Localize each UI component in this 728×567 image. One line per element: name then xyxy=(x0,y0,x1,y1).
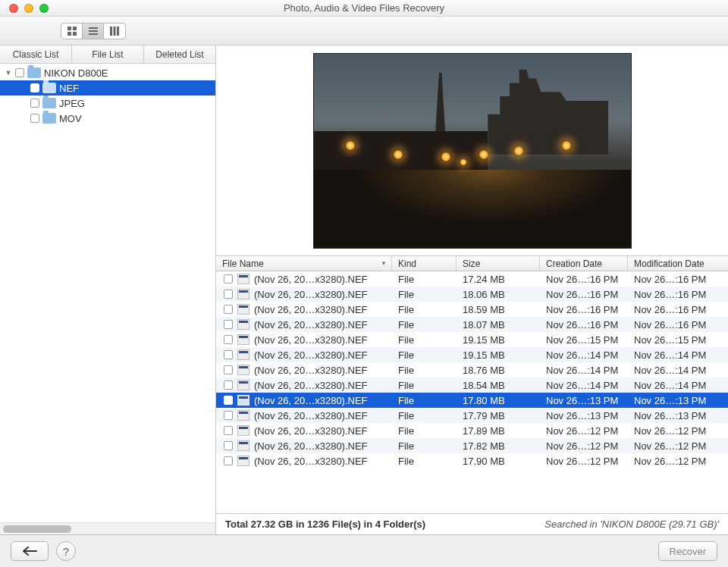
svg-rect-3 xyxy=(73,32,77,36)
sidebar-tabs: Classic List File List Deleted List xyxy=(0,45,215,64)
checkbox[interactable] xyxy=(224,411,233,420)
disclosure-triangle-icon[interactable]: ▼ xyxy=(5,69,12,77)
file-mdate: Nov 26…:14 PM xyxy=(628,349,728,361)
sort-indicator-icon: ▼ xyxy=(381,260,387,267)
file-icon xyxy=(237,319,249,330)
file-kind: File xyxy=(392,304,457,315)
table-row[interactable]: (Nov 26, 20…x3280).NEFFile18.54 MBNov 26… xyxy=(216,377,728,393)
col-size[interactable]: Size xyxy=(457,256,540,271)
tab-deleted-list[interactable]: Deleted List xyxy=(144,45,215,63)
file-mdate: Nov 26…:12 PM xyxy=(628,440,728,452)
file-table: File Name▼ Kind Size Creation Date Modif… xyxy=(216,256,728,534)
tree-label: NEF xyxy=(59,83,79,94)
file-name: (Nov 26, 20…x3280).NEF xyxy=(254,410,368,421)
file-kind: File xyxy=(392,456,457,467)
checkbox[interactable] xyxy=(15,68,24,77)
file-kind: File xyxy=(392,319,457,330)
file-name: (Nov 26, 20…x3280).NEF xyxy=(254,380,368,391)
view-grid-icon[interactable] xyxy=(61,23,83,39)
table-row[interactable]: (Nov 26, 20…x3280).NEFFile17.79 MBNov 26… xyxy=(216,408,728,423)
file-mdate: Nov 26…:13 PM xyxy=(628,410,728,421)
col-file-name[interactable]: File Name▼ xyxy=(216,256,392,271)
svg-rect-9 xyxy=(117,27,119,36)
tree-label: MOV xyxy=(59,113,82,124)
col-modification-date[interactable]: Modification Date xyxy=(628,256,728,271)
checkbox[interactable] xyxy=(224,441,233,450)
back-button[interactable] xyxy=(11,541,49,561)
checkbox[interactable] xyxy=(224,274,233,284)
table-row[interactable]: (Nov 26, 20…x3280).NEFFile17.89 MBNov 26… xyxy=(216,423,728,438)
file-icon xyxy=(237,440,249,451)
file-cdate: Nov 26…:12 PM xyxy=(540,440,628,452)
bottom-bar: ? Recover xyxy=(0,535,728,567)
view-list-icon[interactable] xyxy=(83,23,104,39)
checkbox[interactable] xyxy=(224,426,233,435)
file-icon xyxy=(237,425,249,436)
checkbox[interactable] xyxy=(224,365,233,374)
view-mode-segmented[interactable] xyxy=(61,23,126,39)
file-icon xyxy=(237,456,249,466)
file-cdate: Nov 26…:13 PM xyxy=(540,410,628,421)
checkbox[interactable] xyxy=(30,99,39,108)
horizontal-scrollbar[interactable] xyxy=(0,522,215,534)
checkbox[interactable] xyxy=(224,456,233,465)
view-columns-icon[interactable] xyxy=(104,23,125,39)
table-row[interactable]: (Nov 26, 20…x3280).NEFFile18.76 MBNov 26… xyxy=(216,362,728,377)
file-icon xyxy=(237,304,249,315)
tree-row-mov[interactable]: MOV xyxy=(0,111,215,126)
tree-row-jpeg[interactable]: JPEG xyxy=(0,96,215,111)
checkbox[interactable] xyxy=(30,114,39,123)
tree-row-root[interactable]: ▼ NIKON D800E xyxy=(0,65,215,80)
file-cdate: Nov 26…:16 PM xyxy=(540,274,628,285)
tree-row-nef[interactable]: NEF xyxy=(0,80,215,96)
file-size: 17.90 MB xyxy=(457,456,540,467)
table-row[interactable]: (Nov 26, 20…x3280).NEFFile17.90 MBNov 26… xyxy=(216,453,728,468)
file-size: 18.07 MB xyxy=(457,319,540,330)
col-creation-date[interactable]: Creation Date xyxy=(540,256,628,271)
checkbox[interactable] xyxy=(224,290,233,299)
table-row[interactable]: (Nov 26, 20…x3280).NEFFile17.80 MBNov 26… xyxy=(216,393,728,408)
file-name: (Nov 26, 20…x3280).NEF xyxy=(254,349,368,361)
file-icon xyxy=(237,334,249,345)
file-name: (Nov 26, 20…x3280).NEF xyxy=(254,440,368,452)
file-kind: File xyxy=(392,365,457,376)
preview-image xyxy=(313,53,632,249)
folder-icon xyxy=(27,67,41,78)
file-name: (Nov 26, 20…x3280).NEF xyxy=(254,304,368,315)
table-row[interactable]: (Nov 26, 20…x3280).NEFFile18.59 MBNov 26… xyxy=(216,302,728,317)
file-mdate: Nov 26…:16 PM xyxy=(628,319,728,330)
checkbox[interactable] xyxy=(224,350,233,359)
tab-classic-list[interactable]: Classic List xyxy=(0,45,72,63)
checkbox[interactable] xyxy=(224,335,233,344)
checkbox[interactable] xyxy=(224,305,233,314)
table-row[interactable]: (Nov 26, 20…x3280).NEFFile17.24 MBNov 26… xyxy=(216,271,728,287)
svg-rect-2 xyxy=(67,32,71,36)
recover-button[interactable]: Recover xyxy=(658,541,717,561)
svg-rect-5 xyxy=(89,30,98,32)
table-row[interactable]: (Nov 26, 20…x3280).NEFFile19.15 MBNov 26… xyxy=(216,347,728,362)
checkbox[interactable] xyxy=(224,320,233,329)
table-row[interactable]: (Nov 26, 20…x3280).NEFFile18.06 MBNov 26… xyxy=(216,287,728,302)
preview-panel xyxy=(216,45,728,256)
col-kind[interactable]: Kind xyxy=(392,256,457,271)
folder-icon xyxy=(42,83,56,93)
svg-rect-8 xyxy=(114,27,116,36)
svg-rect-1 xyxy=(73,27,77,30)
file-mdate: Nov 26…:16 PM xyxy=(628,289,728,300)
file-size: 17.82 MB xyxy=(457,440,540,452)
file-kind: File xyxy=(392,440,457,452)
checkbox[interactable] xyxy=(30,83,39,92)
table-row[interactable]: (Nov 26, 20…x3280).NEFFile18.07 MBNov 26… xyxy=(216,317,728,332)
file-size: 17.80 MB xyxy=(457,395,540,406)
window-title: Photo, Audio & Video Files Recovery xyxy=(0,2,728,14)
file-size: 17.89 MB xyxy=(457,425,540,437)
checkbox[interactable] xyxy=(224,396,233,405)
tab-file-list[interactable]: File List xyxy=(72,45,144,63)
file-kind: File xyxy=(392,289,457,300)
help-button[interactable]: ? xyxy=(56,541,76,561)
file-kind: File xyxy=(392,274,457,285)
table-row[interactable]: (Nov 26, 20…x3280).NEFFile19.15 MBNov 26… xyxy=(216,332,728,347)
table-row[interactable]: (Nov 26, 20…x3280).NEFFile17.82 MBNov 26… xyxy=(216,438,728,453)
checkbox[interactable] xyxy=(224,381,233,390)
status-summary: Total 27.32 GB in 1236 File(s) in 4 Fold… xyxy=(225,518,425,530)
